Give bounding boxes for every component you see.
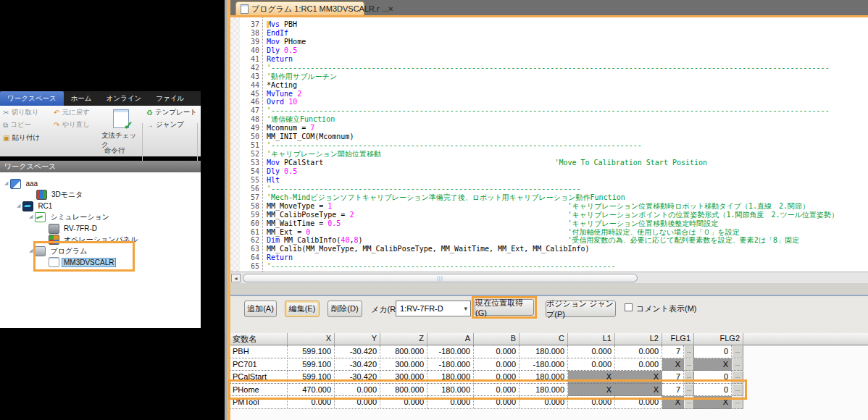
panel-splitter[interactable] <box>230 283 868 295</box>
expander-icon[interactable]: ◢ <box>4 180 8 186</box>
table-cell[interactable]: 0.000 <box>380 396 427 409</box>
table-cell[interactable]: 300.000 <box>380 358 427 371</box>
expander-icon[interactable]: ◢ <box>29 248 33 253</box>
table-cell[interactable]: 180.000 <box>427 371 474 384</box>
table-cell[interactable]: 180.000 <box>519 345 568 358</box>
table-cell[interactable]: 0.000 <box>427 396 474 409</box>
table-cell[interactable]: X <box>568 384 615 397</box>
table-cell[interactable]: -30.420 <box>335 358 380 371</box>
flg2-edit-button[interactable]: ... <box>732 371 743 384</box>
position-jump-button[interactable]: ポジション ジャンプ(P) <box>546 301 616 317</box>
close-icon[interactable]: × <box>388 4 393 13</box>
table-cell[interactable]: X <box>568 371 615 384</box>
table-cell[interactable]: PMTool <box>230 396 288 409</box>
table-cell[interactable]: 0.000 <box>568 396 615 409</box>
table-cell[interactable]: -180.000 <box>427 358 474 371</box>
undo-button[interactable]: ↶ 元に戻す <box>54 108 90 117</box>
table-cell[interactable]: 599.100 <box>288 371 335 384</box>
table-row-PCalStart[interactable]: PCalStart599.100-30.420300.000180.0000.0… <box>230 371 868 384</box>
table-cell[interactable]: 0.000 <box>335 384 380 397</box>
table-cell[interactable]: -30.420 <box>335 345 380 358</box>
table-cell[interactable]: X <box>615 371 662 384</box>
ribbon-tab-2[interactable]: ホーム <box>64 91 99 106</box>
table-cell[interactable]: 0.000 <box>615 396 662 409</box>
table-cell[interactable]: PBH <box>230 345 288 358</box>
table-cell[interactable]: X <box>694 358 732 371</box>
table-cell[interactable]: 0.000 <box>335 396 380 409</box>
scrollbar-thumb[interactable]: ||| <box>243 274 638 282</box>
table-cell[interactable]: 0.000 <box>568 358 615 371</box>
flg1-edit-button[interactable]: ... <box>684 345 694 358</box>
table-cell[interactable]: 0 <box>694 384 732 397</box>
edit-button[interactable]: 編集(E) <box>285 301 320 317</box>
tree-item-RV-7FR-D[interactable]: RV-7FR-D <box>0 223 201 234</box>
tree-item-オペレーションパネル[interactable]: オペレーションパネル <box>0 235 201 245</box>
table-cell[interactable]: PHome <box>230 384 288 397</box>
cut-button[interactable]: ✂ 切り取り <box>3 108 39 117</box>
tree-item-3Dモニタ[interactable]: 3Dモニタ <box>0 190 201 201</box>
ribbon-tab-4[interactable]: ファイル <box>149 91 191 106</box>
table-cell[interactable]: -180.000 <box>519 358 568 371</box>
table-cell[interactable]: -180.000 <box>427 345 474 358</box>
paste-button[interactable]: ▣ 貼り付け <box>3 133 40 143</box>
table-cell[interactable]: 300.000 <box>380 371 427 384</box>
ribbon-tab-3[interactable]: オンライン <box>99 91 149 106</box>
tree-item-プログラム[interactable]: ◢プログラム <box>0 245 201 256</box>
table-cell[interactable]: 7 <box>662 371 684 384</box>
table-cell[interactable]: 0 <box>694 371 732 384</box>
flg1-edit-button[interactable]: ... <box>684 384 694 397</box>
mech-dropdown[interactable]: 1:RV-7FR-D ▾ <box>396 301 471 316</box>
ribbon-tab-1[interactable]: ワークスペース <box>0 91 64 106</box>
get-current-position-button[interactable]: 現在位置取得(G) <box>475 299 534 316</box>
flg1-edit-button[interactable]: ... <box>684 396 694 409</box>
expander-icon[interactable]: ◢ <box>29 214 33 219</box>
redo-button[interactable]: ↷ やり直し <box>54 120 90 130</box>
table-cell[interactable]: 800.000 <box>380 384 427 397</box>
copy-button[interactable]: ⧉ コピー <box>3 120 31 130</box>
flg2-edit-button[interactable]: ... <box>732 345 743 358</box>
tree-item-aaa[interactable]: ◢aaa <box>0 178 201 189</box>
code-editor[interactable]: 37Mvs PBH38EndIf39Mov PHome40Dly 0.541Re… <box>230 17 868 272</box>
flg1-edit-button[interactable]: ... <box>684 371 694 384</box>
table-cell[interactable]: X <box>662 358 684 371</box>
program-document-tab[interactable]: プログラム 1:RC1 MM3DVSCALR.r ... × <box>235 1 364 15</box>
table-cell[interactable]: 7 <box>662 384 684 397</box>
table-row-PHome[interactable]: PHome470.0000.000800.000180.0000.000180.… <box>230 384 868 397</box>
tree-item-RC1[interactable]: ◢RC1 <box>0 201 201 211</box>
table-cell[interactable]: 180.000 <box>519 371 568 384</box>
table-cell[interactable]: X <box>694 396 732 409</box>
template-button[interactable]: ♻ テンプレート <box>146 108 197 117</box>
table-row-PMTool[interactable]: PMTool0.0000.0000.0000.0000.0000.0000.00… <box>230 396 868 409</box>
table-cell[interactable]: -30.420 <box>335 371 380 384</box>
table-cell[interactable]: 0.000 <box>474 396 519 409</box>
table-cell[interactable]: 7 <box>662 345 684 358</box>
flg2-edit-button[interactable]: ... <box>732 358 743 371</box>
delete-button[interactable]: 削除(D) <box>327 301 362 317</box>
scroll-left-arrow-icon[interactable]: ◄ <box>231 274 241 282</box>
horizontal-scrollbar[interactable]: ◄ ||| <box>230 272 868 283</box>
flg2-edit-button[interactable]: ... <box>732 396 743 409</box>
tree-item-MM3DVSCALR[interactable]: MM3DVSCALR <box>0 257 201 268</box>
table-cell[interactable]: 470.000 <box>288 384 335 397</box>
table-cell[interactable]: 0 <box>694 345 732 358</box>
table-cell[interactable]: 0.000 <box>474 358 519 371</box>
table-cell[interactable]: 599.100 <box>288 358 335 371</box>
add-button[interactable]: 追加(A) <box>244 301 277 317</box>
table-cell[interactable]: 0.000 <box>288 396 335 409</box>
table-cell[interactable]: 0.000 <box>519 396 568 409</box>
table-cell[interactable]: 180.000 <box>427 384 474 397</box>
expander-icon[interactable]: ◢ <box>17 203 20 209</box>
table-cell[interactable]: 0.000 <box>615 345 662 358</box>
comment-show-checkbox[interactable] <box>625 303 633 311</box>
table-cell[interactable]: 0.000 <box>568 345 615 358</box>
table-cell[interactable]: 0.000 <box>474 371 519 384</box>
table-cell[interactable]: 0.000 <box>474 345 519 358</box>
table-cell[interactable]: PC701 <box>230 358 288 371</box>
table-cell[interactable]: PCalStart <box>230 371 288 384</box>
table-cell[interactable]: 180.000 <box>519 384 568 397</box>
jump-button[interactable]: → ジャンプ <box>146 120 184 130</box>
table-cell[interactable]: 0.000 <box>474 384 519 397</box>
flg1-edit-button[interactable]: ... <box>684 358 694 371</box>
tree-item-シミュレーション[interactable]: ◢シミュレーション <box>0 212 201 223</box>
table-cell[interactable]: X <box>615 384 662 397</box>
